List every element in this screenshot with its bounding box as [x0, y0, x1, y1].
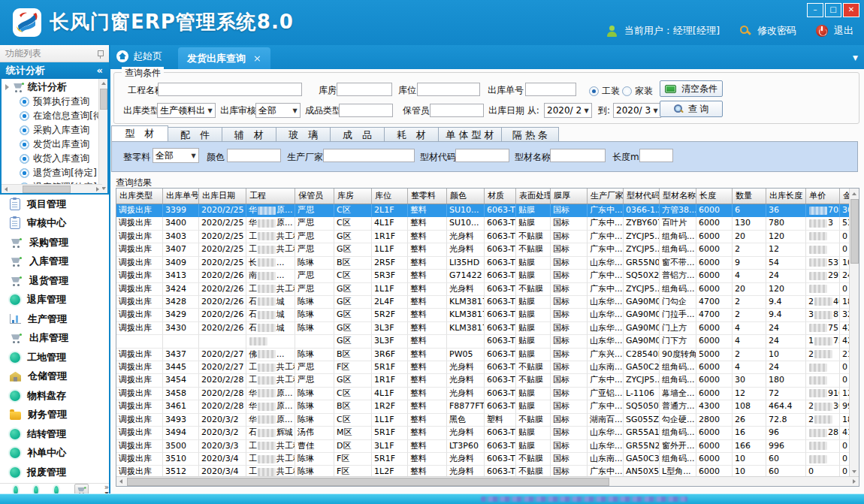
column-header[interactable]: 型材代码: [624, 189, 660, 204]
column-header[interactable]: 出库单号: [163, 189, 199, 204]
outbound-type-combo[interactable]: 生产领料出库▼: [157, 103, 216, 118]
sidebar-group-结转管理[interactable]: 结转管理: [0, 424, 109, 444]
material-tab-4[interactable]: 玻 璃: [276, 127, 331, 142]
table-row[interactable]: 调拨出库34292020/2/26石城陈琳G区5R2F整料KLM38176063…: [116, 309, 859, 321]
column-header[interactable]: 长度: [696, 189, 733, 204]
sidebar-group-退库管理[interactable]: 退库管理: [0, 291, 109, 310]
sidebar-tree-item[interactable]: 预算执行查询: [2, 95, 107, 109]
table-row[interactable]: 调拨出库35002020/3/3工共工程曹佳D区3L1F整料LT3P606063…: [116, 440, 859, 453]
close-tab-icon[interactable]: ×: [253, 53, 261, 64]
column-header[interactable]: 库房: [334, 189, 372, 204]
sidebar-tree-item[interactable]: 退货查询[待定]: [2, 166, 107, 180]
radio-homewear[interactable]: 家装: [622, 85, 653, 98]
table-row[interactable]: 调拨出库35102020/3/4工共工程陈琳F区5R1F整料光身料6063-T5…: [116, 453, 859, 466]
date-to-picker[interactable]: 2020/ 3/16▼: [613, 103, 661, 118]
column-header[interactable]: 出库长度: [766, 189, 806, 204]
column-header[interactable]: 出库日期: [199, 189, 246, 204]
sidebar-group-工地管理[interactable]: 工地管理: [0, 348, 109, 367]
tab-shipment-outbound-query[interactable]: 发货出库查询 ×: [178, 47, 270, 69]
material-tab-5[interactable]: 成 品: [331, 127, 385, 142]
collapse-icon[interactable]: «: [97, 62, 103, 79]
table-row[interactable]: 调拨出库34942020/3/2石辉城汤伟M区5R1F整料光身料6063-T5贴…: [116, 427, 859, 439]
sidebar-tree-item[interactable]: 在途信息查询[待: [2, 109, 107, 123]
column-header[interactable]: 生产厂家: [588, 189, 624, 204]
tab-home[interactable]: 起始页: [116, 50, 162, 63]
table-row[interactable]: 调拨出库34282020/2/26石城陈琳G区2L4F整料KLM38176063…: [116, 296, 859, 309]
warehouse-input[interactable]: [337, 83, 392, 96]
column-header[interactable]: 工程: [246, 189, 295, 204]
table-row[interactable]: 调拨出库34072020/2/25工共工程严思G区1L1F整料光身料6063-T…: [116, 243, 859, 256]
project-name-input[interactable]: [158, 83, 302, 96]
sidebar-tree-item[interactable]: 采购入库查询: [2, 123, 107, 137]
clear-conditions-button[interactable]: 清空条件: [660, 80, 723, 97]
column-header[interactable]: 单价: [806, 189, 840, 204]
table-row[interactable]: 调拨出库34092020/2/25长...陈琳B区2R5F整料LI35HD606…: [116, 257, 859, 270]
sidebar-group-采购管理[interactable]: 采购管理: [0, 233, 109, 252]
sidebar-group-财务管理[interactable]: 财务管理: [0, 406, 109, 425]
sidebar-group-审核中心[interactable]: 审核中心: [0, 214, 109, 234]
length-input[interactable]: [639, 149, 673, 162]
table-row[interactable]: 调拨出库34132020/2/26南...严思C区5R3F整料G71422606…: [116, 270, 859, 282]
tab-overflow-icon[interactable]: ▼: [853, 54, 858, 62]
minimize-button[interactable]: –: [807, 3, 823, 17]
search-button[interactable]: 查 询: [660, 101, 723, 117]
sidebar-group-补单中心[interactable]: 补单中心: [0, 444, 109, 463]
pin-icon[interactable]: [98, 50, 104, 56]
whole-piece-combo[interactable]: 全部▼: [153, 148, 199, 163]
sidebar-group-报废管理[interactable]: 报废管理: [0, 463, 109, 482]
change-password-link[interactable]: 修改密码: [757, 24, 796, 38]
sidebar-group-退货管理[interactable]: 退货管理: [0, 271, 109, 291]
date-from-picker[interactable]: 2020/ 2/16▼: [544, 103, 592, 118]
profile-code-input[interactable]: [455, 149, 509, 162]
grid-horizontal-scrollbar[interactable]: [116, 476, 859, 486]
sidebar-group-生产管理[interactable]: 生产管理: [0, 309, 109, 329]
table-row[interactable]: 调拨出库34032020/2/25工共工程严思G区1R1F整料光身料6063-T…: [116, 231, 859, 243]
sidebar-group-物料盘存[interactable]: 物料盘存: [0, 386, 109, 406]
maximize-button[interactable]: □: [825, 3, 841, 17]
outbound-audit-combo[interactable]: 全部▼: [255, 103, 301, 118]
column-header[interactable]: 库位: [372, 189, 408, 204]
table-row[interactable]: 调拨出库34542020/2/28工共工程严思G区1R1F整料光身料6063-T…: [116, 374, 859, 387]
radio-workwear[interactable]: 工装: [589, 85, 620, 98]
table-row[interactable]: 调拨出库34372020/2/27佛...陈琳B区3R6F整料PW056063-…: [116, 349, 859, 361]
sidebar-group-出库管理[interactable]: 出库管理: [0, 329, 109, 349]
sidebar-group-仓储管理[interactable]: 仓储管理: [0, 367, 109, 387]
column-header[interactable]: 材质: [485, 189, 516, 204]
close-button[interactable]: ✕: [843, 3, 859, 17]
tree-vertical-scrollbar[interactable]: [98, 79, 107, 193]
column-header[interactable]: 出库类型: [116, 189, 163, 204]
tree-root-node[interactable]: 统计分析: [2, 79, 107, 95]
column-header[interactable]: 颜色: [447, 189, 485, 204]
logout-link[interactable]: 退出: [834, 24, 853, 38]
column-header[interactable]: 膜厚: [551, 189, 588, 204]
expander-icon[interactable]: [5, 84, 9, 90]
sidebar-group-入库管理[interactable]: 入库管理: [0, 252, 109, 272]
table-row[interactable]: 调拨出库34612020/2/28华原...陈琳B区1R2F整料F8877FT6…: [116, 400, 859, 413]
table-row[interactable]: 调拨出库33992020/2/25华原...严思C区2L1F整料SU10...6…: [116, 204, 859, 217]
keeper-input[interactable]: [430, 104, 484, 117]
tree-horizontal-scrollbar[interactable]: [2, 184, 102, 193]
table-row[interactable]: 调拨出库34582020/2/28华原...陈琳C区4L1F整料光身料6063-…: [116, 388, 859, 400]
table-row[interactable]: 调拨出库34002020/2/25华原...严思C区4L1F整料SU10...6…: [116, 217, 859, 230]
column-header[interactable]: 型材名称: [660, 189, 696, 204]
table-row[interactable]: G区3L3F整料6063-T5贴膜国标山东华...GA90M09.门下方6000…: [116, 335, 859, 348]
table-row[interactable]: 调拨出库34242020/2/26工共工程严思G区1L1F整料光身料6063-T…: [116, 283, 859, 296]
color-input[interactable]: [227, 149, 281, 162]
order-no-input[interactable]: [525, 83, 576, 96]
material-tab-1[interactable]: 型 材: [111, 125, 168, 142]
table-row[interactable]: 调拨出库34452020/2/27工共工程严思F区5R1F整料光身料6063-T…: [116, 361, 859, 374]
location-input[interactable]: [417, 83, 480, 96]
column-header[interactable]: 整零料: [408, 189, 447, 204]
material-tab-8[interactable]: 隔 热 条: [502, 127, 559, 142]
sidebar-tree-item[interactable]: 发货出库查询: [2, 137, 107, 152]
material-tab-7[interactable]: 单 体 型 材: [439, 127, 502, 142]
sidebar-tree-item[interactable]: 收货入库查询: [2, 152, 107, 166]
factory-input[interactable]: [323, 149, 415, 162]
profile-name-input[interactable]: [550, 149, 606, 162]
grid-vertical-scrollbar[interactable]: [849, 189, 859, 477]
material-tab-2[interactable]: 配 件: [168, 127, 222, 142]
table-row[interactable]: 调拨出库34302020/2/26石城陈琳G区3L3F整料KLM38176063…: [116, 322, 859, 335]
column-header[interactable]: 保管员: [295, 189, 334, 204]
column-header[interactable]: 表面处理: [516, 189, 551, 204]
table-row[interactable]: 调拨出库34932020/3/2华原...陈琳C区1L1F整料黑色塑料不贴膜国标…: [116, 414, 859, 427]
